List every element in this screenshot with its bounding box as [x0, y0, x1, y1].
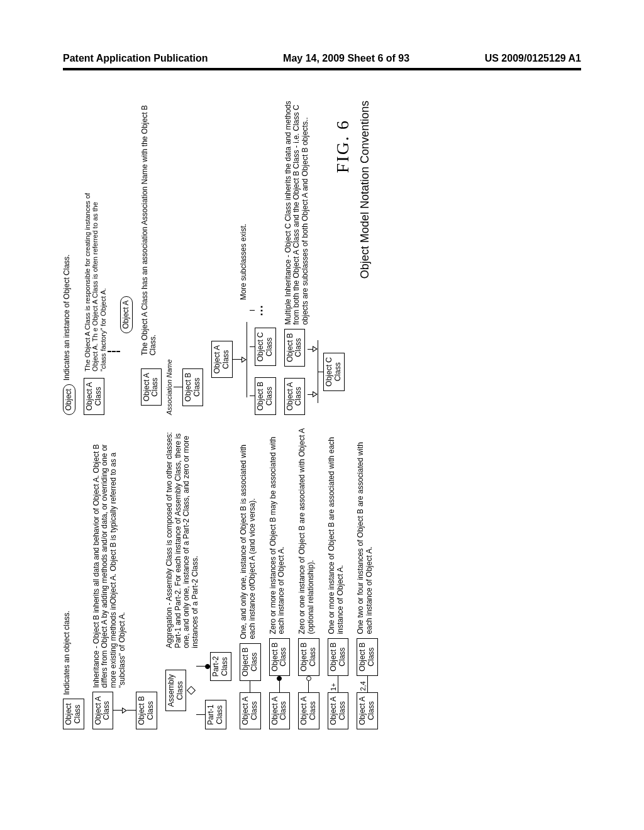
inheritance-triangle-icon: [313, 346, 318, 352]
aggregation-diamond-icon: [187, 686, 196, 695]
box-tree-a: Object A Class: [211, 341, 233, 378]
box-b1: Object B Class: [240, 643, 261, 681]
box-object-class: Object Class: [63, 699, 84, 729]
box-a3: Object A Class: [298, 692, 319, 729]
box-tree-c: Object C Class: [255, 328, 276, 366]
desc-zero-one: Zero or one instance of Object B are ass…: [298, 428, 316, 634]
filled-circle-icon: [277, 676, 282, 681]
box-a2: Object A Class: [269, 692, 291, 729]
box-object: Object: [63, 384, 75, 415]
desc-one-more: One or more instance of Object B are ass…: [328, 428, 345, 634]
figure-content: Object Class Indicates an object class. …: [63, 101, 581, 729]
box-tree-b: Object B Class: [255, 377, 276, 415]
left-column: Object Class Indicates an object class. …: [63, 428, 386, 729]
box-a4: Object A Class: [328, 692, 349, 729]
box-mi-a: Object A Class: [284, 378, 306, 415]
box-objA-cls: Object A Class: [84, 378, 105, 415]
page-header: Patent Application Publication May 14, 2…: [63, 53, 581, 64]
ellipsis-icon: ⋯: [255, 304, 268, 316]
notation-inheritance: Object A Class Object B Class Inheritanc…: [92, 428, 157, 729]
header-center: May 14, 2009 Sheet 6 of 93: [283, 53, 409, 64]
notation-specific: Object A Class 2,4 Object B Class One tw…: [357, 428, 378, 729]
box-objA: Object A Class: [92, 692, 114, 729]
box-assembly: Assembly Class: [165, 670, 187, 711]
desc-multi-inherit: Multiple Inheritance - Object C Class in…: [284, 101, 310, 325]
box-assoc-b: Object B Class: [182, 368, 204, 406]
notation-association: Object A Class Association Name Object B…: [141, 101, 204, 415]
notation-factory: Object A Class The Object A Class is res…: [84, 101, 133, 415]
box-mi-c: Object C Class: [323, 353, 345, 391]
inheritance-triangle-icon: [122, 707, 127, 714]
inheritance-triangle-icon: [313, 391, 318, 397]
box-a1: Object A Class: [240, 692, 261, 729]
box-b3: Object B Class: [298, 638, 319, 676]
desc-more-subclasses: More subclasses exist.: [240, 101, 248, 300]
box-objB: Object B Class: [136, 692, 157, 729]
inheritance-triangle-icon: [242, 357, 247, 363]
header-left: Patent Application Publication: [63, 53, 208, 64]
desc-association: The Object A Class has an association As…: [141, 101, 158, 355]
desc-specific: One two or four instances of Object B ar…: [357, 428, 374, 634]
notation-aggregation: Assembly Class Part-1 Class Part-2 Class…: [165, 428, 231, 729]
header-rule: [63, 68, 581, 70]
box-assoc-a: Object A Class: [141, 368, 162, 406]
rotated-diagram: Object Class Indicates an object class. …: [63, 101, 581, 729]
box-objA-inst: Object A: [120, 296, 133, 333]
box-b5: Object B Class: [357, 638, 378, 676]
card-two-four: 2,4: [359, 681, 367, 690]
desc-factory: The Object A Class is responsible for cr…: [84, 183, 108, 372]
desc-one-one: One, and only one, instance of Object B …: [240, 428, 257, 639]
box-b4: Object B Class: [328, 638, 349, 676]
header-right: US 2009/0125129 A1: [485, 53, 581, 64]
notation-zero-more: Object A Class Object B Class Zero or mo…: [269, 428, 291, 729]
figure-caption: Object Model Notation Conventions: [358, 101, 372, 279]
desc-zero-more: Zero or more instances of Object B may b…: [269, 428, 287, 634]
box-b2: Object B Class: [269, 638, 291, 676]
desc-instance: Indicates an instance of Object Class.: [63, 101, 72, 380]
notation-more-subclasses: Object A Class Object B Class Object C C…: [211, 101, 275, 415]
notation-object-class: Object Class Indicates an object class.: [63, 428, 84, 729]
desc-aggregation: Aggregation - Assembly Class is composed…: [165, 428, 200, 648]
box-a5: Object A Class: [357, 692, 378, 729]
box-part1: Part-1 Class: [205, 700, 226, 729]
box-mi-b: Object B Class: [284, 329, 306, 367]
open-circle-icon: [306, 676, 311, 681]
filled-circle-icon: [205, 664, 210, 669]
assoc-name-label: Association Name: [165, 359, 174, 415]
figure-label: FIG. 6: [333, 119, 353, 173]
desc-object-class: Indicates an object class.: [63, 428, 72, 695]
notation-one-one: Object A Class Object B Class One, and o…: [240, 428, 261, 729]
card-one-plus: 1+: [330, 683, 338, 691]
notation-zero-one: Object A Class Object B Class Zero or on…: [298, 428, 319, 729]
notation-one-more: Object A Class 1+ Object B Class One or …: [328, 428, 349, 729]
notation-instance: Object Indicates an instance of Object C…: [63, 101, 75, 415]
patent-page: Patent Application Publication May 14, 2…: [0, 0, 644, 830]
right-column: Object Indicates an instance of Object C…: [63, 101, 353, 415]
desc-inheritance: Inheritance - Object B inherits all data…: [92, 428, 127, 688]
box-part2: Part-2 Class: [210, 652, 231, 682]
